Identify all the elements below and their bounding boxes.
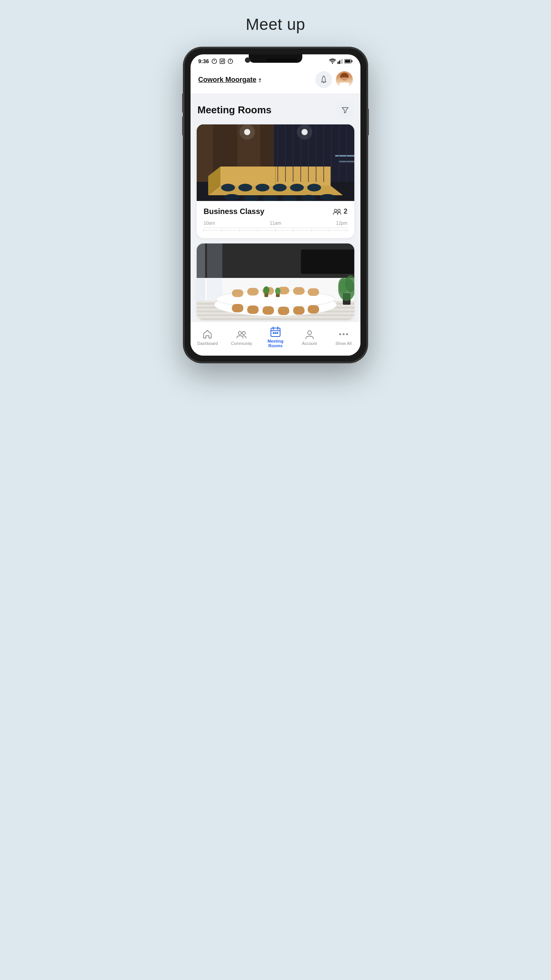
svg-rect-8	[339, 60, 340, 64]
svg-point-41	[290, 184, 304, 191]
svg-point-31	[240, 124, 255, 140]
svg-rect-1	[220, 59, 225, 64]
vol-up-button	[182, 93, 184, 113]
header-actions	[315, 71, 353, 88]
svg-rect-77	[247, 288, 259, 296]
room-image-1	[197, 124, 354, 201]
speaker	[266, 59, 297, 62]
svg-rect-80	[293, 287, 305, 295]
battery-icon	[344, 59, 353, 64]
svg-rect-76	[232, 289, 243, 297]
svg-rect-100	[273, 332, 274, 334]
nav-item-dashboard[interactable]: Dashboard	[194, 329, 221, 346]
bottom-nav: Dashboard Community	[191, 322, 360, 356]
workspace-name-text: Cowork Moorgate	[198, 76, 256, 84]
nav-icon-show-all	[338, 329, 349, 340]
system-icon-1	[211, 58, 217, 64]
power-button	[367, 109, 369, 136]
room-card-1[interactable]: Business Classy 2 10am	[197, 124, 354, 238]
user-avatar-button[interactable]	[336, 71, 353, 88]
room-capacity-1: 2	[333, 207, 347, 216]
svg-point-40	[273, 184, 287, 191]
nav-item-show-all[interactable]: Show All	[330, 329, 357, 346]
svg-rect-34	[335, 155, 354, 157]
section-title: Meeting Rooms	[197, 104, 272, 116]
svg-point-43	[224, 194, 240, 200]
status-icons	[329, 59, 353, 64]
room-name-row-1: Business Classy 2	[204, 207, 347, 216]
svg-point-60	[337, 209, 340, 212]
phone-frame: 9:36	[184, 47, 367, 363]
workspace-selector[interactable]: Cowork Moorgate ▾	[198, 76, 261, 84]
svg-rect-10	[342, 59, 343, 64]
notification-button[interactable]	[315, 71, 332, 88]
svg-rect-101	[275, 332, 276, 334]
svg-rect-67	[197, 318, 354, 320]
nav-item-community[interactable]: Community	[228, 329, 255, 346]
svg-point-104	[346, 333, 348, 335]
svg-rect-83	[247, 305, 259, 314]
room-image-2	[197, 243, 354, 320]
room-name-1: Business Classy	[204, 207, 264, 216]
home-icon	[204, 330, 211, 338]
svg-point-20	[345, 77, 346, 77]
svg-rect-3	[223, 60, 223, 62]
community-icon	[238, 332, 241, 335]
svg-point-6	[230, 61, 231, 62]
svg-point-42	[307, 184, 321, 191]
vol-down-button	[182, 116, 184, 136]
camera	[245, 57, 250, 63]
svg-rect-71	[197, 243, 205, 301]
main-content: Meeting Rooms	[191, 94, 360, 320]
wifi-icon	[329, 59, 336, 64]
phone-screen: 9:36	[191, 54, 360, 356]
room-card-2[interactable]	[197, 243, 354, 320]
svg-rect-87	[308, 305, 319, 314]
filter-button[interactable]	[337, 101, 354, 118]
svg-rect-72	[207, 243, 222, 301]
nav-item-meeting-rooms[interactable]: MeetingRooms	[262, 327, 289, 348]
nav-item-account[interactable]: Account	[296, 329, 323, 346]
app-title: Meet up	[246, 15, 305, 34]
chevron-down-icon: ▾	[259, 77, 261, 82]
svg-point-0	[212, 59, 217, 64]
svg-point-17	[340, 74, 342, 78]
people-icon	[333, 209, 341, 215]
system-icon-3	[227, 58, 233, 64]
nav-icon-dashboard	[202, 329, 213, 340]
svg-rect-2	[221, 60, 222, 62]
nav-label-account: Account	[302, 341, 317, 346]
svg-rect-26	[197, 124, 213, 182]
filter-icon	[341, 106, 349, 114]
avatar-image	[336, 71, 353, 88]
nav-label-dashboard: Dashboard	[197, 341, 218, 346]
status-time: 9:36	[198, 58, 209, 64]
account-icon	[308, 331, 311, 335]
svg-point-48	[320, 194, 335, 200]
svg-rect-13	[345, 60, 350, 63]
svg-point-103	[342, 333, 344, 335]
nav-icon-meeting-rooms	[270, 327, 281, 337]
system-icon-2	[220, 58, 225, 64]
signal-icon	[337, 59, 343, 64]
nav-label-show-all: Show All	[335, 341, 351, 346]
svg-rect-7	[337, 62, 339, 64]
svg-rect-84	[262, 306, 274, 315]
svg-point-19	[343, 77, 344, 77]
nav-icon-community	[236, 329, 247, 340]
svg-rect-9	[341, 59, 342, 64]
svg-rect-102	[277, 332, 278, 334]
room-timeline-1: 10am 11am 12pm	[204, 220, 347, 226]
svg-rect-81	[308, 288, 319, 296]
svg-point-38	[238, 184, 252, 191]
svg-point-47	[301, 195, 316, 201]
svg-point-96	[242, 332, 245, 335]
nav-label-community: Community	[231, 341, 252, 346]
svg-point-18	[346, 74, 349, 78]
svg-point-39	[256, 184, 269, 191]
svg-point-95	[275, 287, 280, 294]
more-icon	[339, 333, 341, 335]
status-left: 9:36	[198, 58, 233, 64]
svg-rect-86	[293, 306, 305, 315]
app-header: Cowork Moorgate ▾	[191, 67, 360, 94]
